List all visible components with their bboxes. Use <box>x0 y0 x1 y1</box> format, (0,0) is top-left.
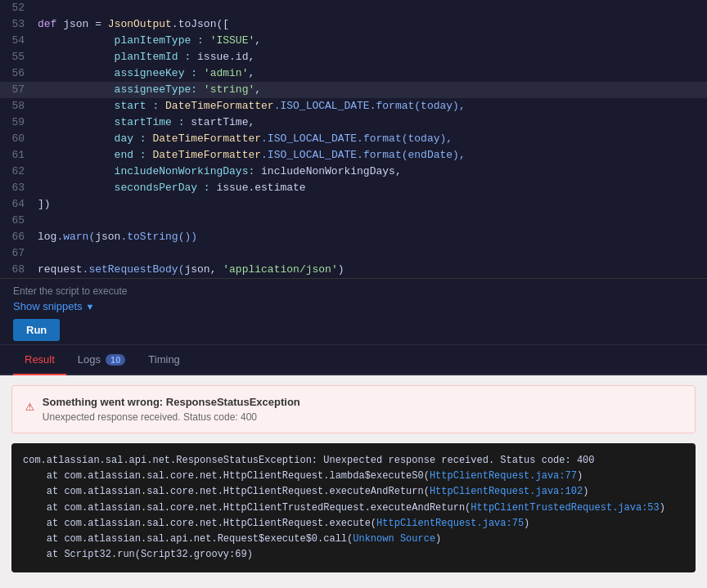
line-number: 67 <box>0 245 34 262</box>
line-number: 55 <box>0 49 34 65</box>
line-number: 53 <box>0 16 34 33</box>
line-number: 57 <box>0 82 34 98</box>
line-number: 64 <box>0 196 34 213</box>
code-line: 55 planItemId : issue.id, <box>0 49 707 65</box>
stack-trace-line: com.atlassian.sal.api.net.ResponseStatus… <box>23 453 684 469</box>
show-snippets-link[interactable]: Show snippets ▼ <box>13 300 94 312</box>
line-number: 65 <box>0 213 34 229</box>
code-line: 68request.setRequestBody(json, 'applicat… <box>0 262 707 278</box>
stack-trace-line: at com.atlassian.sal.api.net.Request$exe… <box>23 532 684 547</box>
stack-trace-line: at Script32.run(Script32.groovy:69) <box>23 547 684 563</box>
code-line: 56 assigneeKey : 'admin', <box>0 65 707 82</box>
code-line: 67 <box>0 245 707 262</box>
controls-area: Enter the script to execute Show snippet… <box>0 279 707 345</box>
tab-badge: 10 <box>106 354 125 366</box>
line-content <box>34 0 44 16</box>
chevron-down-icon: ▼ <box>86 302 95 312</box>
error-subtitle: Unexpected response received. Status cod… <box>43 411 300 423</box>
line-number: 59 <box>0 114 34 131</box>
line-number: 56 <box>0 65 34 82</box>
code-line: 54 planItemType : 'ISSUE', <box>0 33 707 49</box>
code-line: 64]) <box>0 196 707 213</box>
error-title: Something went wrong: ResponseStatusExce… <box>43 396 300 408</box>
run-button[interactable]: Run <box>13 319 60 341</box>
line-content: end : DateTimeFormatter.ISO_LOCAL_DATE.f… <box>34 147 466 164</box>
tab-logs[interactable]: Logs10 <box>66 345 137 375</box>
line-number: 68 <box>0 262 34 278</box>
line-number: 54 <box>0 33 34 49</box>
line-number: 63 <box>0 180 34 196</box>
line-number: 61 <box>0 147 34 164</box>
stack-trace: com.atlassian.sal.api.net.ResponseStatus… <box>11 443 696 572</box>
line-content: assigneeKey : 'admin', <box>34 65 254 82</box>
stack-trace-line: at com.atlassian.sal.core.net.HttpClient… <box>23 516 684 532</box>
stack-trace-line: at com.atlassian.sal.core.net.HttpClient… <box>23 500 684 516</box>
code-line: 66log.warn(json.toString()) <box>0 229 707 245</box>
code-line: 65 <box>0 213 707 229</box>
line-content: ]) <box>34 196 51 213</box>
tab-label: Timing <box>148 353 180 366</box>
code-line: 63 secondsPerDay : issue.estimate <box>0 180 707 196</box>
line-content: planItemId : issue.id, <box>34 49 254 65</box>
code-line: 59 startTime : startTime, <box>0 114 707 131</box>
line-content: log.warn(json.toString()) <box>34 229 197 245</box>
code-line: 53def json = JsonOutput.toJson([ <box>0 16 707 33</box>
line-content <box>34 213 44 229</box>
line-content: request.setRequestBody(json, 'applicatio… <box>34 262 344 278</box>
line-content: planItemType : 'ISSUE', <box>34 33 261 49</box>
code-line: 62 includeNonWorkingDays: includeNonWork… <box>0 164 707 180</box>
code-line: 61 end : DateTimeFormatter.ISO_LOCAL_DAT… <box>0 147 707 164</box>
line-content: startTime : startTime, <box>34 114 254 131</box>
script-hint: Enter the script to execute <box>13 285 694 297</box>
line-content: day : DateTimeFormatter.ISO_LOCAL_DATE.f… <box>34 131 453 147</box>
tab-label: Logs <box>78 353 101 366</box>
stack-trace-line: at com.atlassian.sal.core.net.HttpClient… <box>23 484 684 500</box>
code-line: 57 assigneeType: 'string', <box>0 82 707 98</box>
code-lines: 52 53def json = JsonOutput.toJson([54 pl… <box>0 0 707 278</box>
tab-result[interactable]: Result <box>13 345 66 375</box>
tab-timing[interactable]: Timing <box>137 345 191 375</box>
show-snippets-label: Show snippets <box>13 300 83 312</box>
line-number: 58 <box>0 98 34 114</box>
line-number: 66 <box>0 229 34 245</box>
code-editor: 52 53def json = JsonOutput.toJson([54 pl… <box>0 0 707 279</box>
line-content: def json = JsonOutput.toJson([ <box>34 16 229 33</box>
line-content <box>34 245 44 262</box>
error-box: ⚠ Something went wrong: ResponseStatusEx… <box>11 385 696 433</box>
line-number: 62 <box>0 164 34 180</box>
line-content: start : DateTimeFormatter.ISO_LOCAL_DATE… <box>34 98 466 114</box>
line-content: secondsPerDay : issue.estimate <box>34 180 306 196</box>
error-icon: ⚠ <box>25 397 34 415</box>
error-content: Something went wrong: ResponseStatusExce… <box>43 396 300 423</box>
code-line: 58 start : DateTimeFormatter.ISO_LOCAL_D… <box>0 98 707 114</box>
stack-trace-line: at com.atlassian.sal.core.net.HttpClient… <box>23 469 684 484</box>
code-line: 52 <box>0 0 707 16</box>
line-content: assigneeType: 'string', <box>34 82 261 98</box>
app-container: 52 53def json = JsonOutput.toJson([54 pl… <box>0 0 707 588</box>
code-line: 60 day : DateTimeFormatter.ISO_LOCAL_DAT… <box>0 131 707 147</box>
line-number: 60 <box>0 131 34 147</box>
results-wrapper: ⚠ Something went wrong: ResponseStatusEx… <box>0 375 707 588</box>
line-number: 52 <box>0 0 34 16</box>
tab-label: Result <box>25 353 55 366</box>
show-snippets-row: Show snippets ▼ <box>13 300 694 312</box>
tabs-bar: ResultLogs10Timing <box>0 345 707 375</box>
line-content: includeNonWorkingDays: includeNonWorking… <box>34 164 402 180</box>
